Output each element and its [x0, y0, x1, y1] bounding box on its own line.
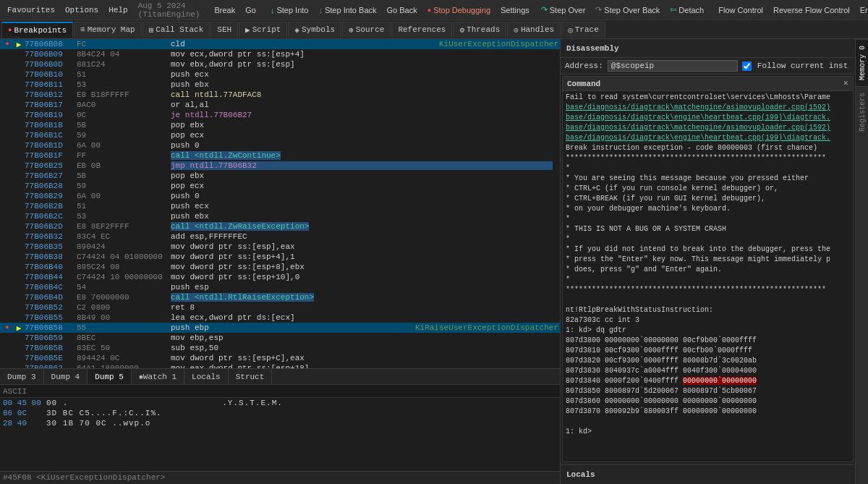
step-into-back-button[interactable]: ↓ Step Into Back — [314, 4, 380, 16]
disasm-row[interactable]: 77B06B1153push ebx — [0, 80, 560, 90]
stop-button[interactable]: ● Stop Debugging — [423, 4, 495, 16]
command-close-button[interactable]: × — [843, 79, 848, 89]
menu-options[interactable]: Options — [61, 6, 103, 14]
disasm-row[interactable]: 77B06B598BECmov ebp,esp — [0, 333, 560, 343]
bottom-tab-struct[interactable]: Struct — [229, 369, 273, 384]
command-line: nt!RtlpBreakWithStatusInstruction: — [566, 305, 850, 315]
breakpoints-icon: ● — [8, 27, 12, 34]
command-line: 82a7303c cc int 3 — [566, 315, 850, 326]
go-button[interactable]: Go — [241, 4, 260, 16]
tab-breakpoints[interactable]: ● Breakpoints — [1, 22, 73, 38]
bottom-section: Dump 3 Dump 4 Dump 5 ✱ Watch 1 Locals St… — [0, 368, 560, 484]
disasm-row[interactable]: ●▶77B06B08FCcldKiUserExceptionDispatcher — [0, 39, 560, 49]
disasm-row[interactable]: 77B06B25EB 0Bjmp ntdll.77B06B32 — [0, 161, 560, 171]
command-body[interactable]: Fail to read system\currentcontrolset\se… — [563, 91, 853, 462]
symbols-icon: ◈ — [294, 25, 299, 35]
bottom-tab-dump3[interactable]: Dump 3 — [0, 369, 44, 384]
command-line: base/diagnosis/diagtrack\matchengine/asi… — [566, 103, 850, 113]
disasm-row[interactable]: 77B06B35890424mov dword ptr ss:[esp],eax — [0, 242, 560, 252]
command-line: 807d3800 00000000`00000000 00cf9b00`0000… — [566, 336, 850, 346]
instruction-bytes: 895C24 08 — [77, 263, 171, 271]
tab-script[interactable]: ▶ Script — [239, 22, 287, 38]
disasm-row[interactable]: 77B06B098B4C24 04mov ecx,dword ptr ss:[e… — [0, 49, 560, 59]
disasm-row[interactable]: 77B06B3283C4 ECadd esp,FFFFFFEC — [0, 232, 560, 242]
disasm-row[interactable]: 77B06B12E8 B18FFFFFcall ntdll.77ADFAC8 — [0, 90, 560, 100]
tab-references[interactable]: References — [391, 22, 452, 38]
tab-source[interactable]: ⊕ Source — [342, 22, 391, 38]
disasm-row[interactable]: 77B06B170AC0or al,al — [0, 100, 560, 110]
instruction-bytes: 0AC0 — [77, 101, 171, 109]
vtab-registers[interactable]: Registers — [856, 86, 868, 137]
tab-symbols[interactable]: ◈ Symbols — [288, 22, 341, 38]
go-back-button[interactable]: Go Back — [383, 4, 422, 16]
instruction-address: 77B06B38 — [25, 252, 77, 261]
disasm-row[interactable]: 77B06B2859pop ecx — [0, 181, 560, 191]
disasm-row[interactable]: 77B06B0D881C24mov ebx,dword ptr ss:[esp] — [0, 59, 560, 69]
step-over-button[interactable]: ↷ Step Over — [537, 4, 590, 16]
bottom-tab-dump4[interactable]: Dump 4 — [44, 369, 88, 384]
step-over-back-icon: ↷ — [595, 5, 602, 14]
break-button[interactable]: Break — [210, 4, 239, 16]
disasm-row[interactable]: 77B06B38C74424 04 01000000mov dword ptr … — [0, 252, 560, 262]
bottom-tab-locals[interactable]: Locals — [184, 369, 229, 384]
disasm-row[interactable]: 77B06B1FFFcall <ntdll.ZwContinue> — [0, 150, 560, 161]
disasm-row[interactable]: 77B06B1D6A 00push 0 — [0, 140, 560, 150]
hex-content: ASCII 00 45 00 00 . .Y.S.T.E.M. 86 0C 3D… — [0, 385, 560, 471]
vtab-memory[interactable]: Memory 0 — [856, 39, 868, 86]
disasm-row[interactable]: 77B06B275Bpop ebx — [0, 171, 560, 181]
disasm-row[interactable]: 77B06B1051push ecx — [0, 69, 560, 80]
instruction-bytes: 51 — [77, 70, 171, 79]
disasm-row[interactable]: 77B06B1C59pop ecx — [0, 130, 560, 140]
disasm-row[interactable]: 77B06B1B5Bpop ebx — [0, 120, 560, 130]
disasm-row[interactable]: ●▶77B06B5855push ebpKiRaiseUserException… — [0, 323, 560, 333]
command-line: 807d3850 8000897d`5d200067 8000897d`5cb0… — [566, 386, 850, 396]
tab-threads[interactable]: ⚙ Threads — [453, 22, 506, 38]
disasm-row[interactable]: 77B06B44C74424 10 00000000mov dword ptr … — [0, 272, 560, 282]
instruction-text: push ebx — [171, 80, 553, 89]
menu-favourites[interactable]: Favourites — [3, 6, 59, 14]
tab-seh[interactable]: SEH — [210, 22, 238, 38]
instruction-address: 77B06B59 — [25, 334, 77, 342]
settings-button[interactable]: Settings — [496, 4, 534, 16]
reverse-flow-button[interactable]: Reverse Flow Control — [769, 4, 854, 16]
disasm-table[interactable]: ●▶77B06B08FCcldKiUserExceptionDispatcher… — [0, 39, 560, 368]
step-over-back-button[interactable]: ↷ Step Over Back — [591, 4, 664, 16]
tab-call-stack[interactable]: ⊞ Call Stack — [142, 22, 210, 38]
disasm-row[interactable]: 77B06B2C53push ebx — [0, 211, 560, 221]
disasm-row[interactable]: 77B06B4DE8 76000000call <ntdll.RtlRaiseE… — [0, 292, 560, 302]
flow-control-button[interactable]: Flow Control — [714, 4, 767, 16]
bottom-tab-watch1[interactable]: ✱ Watch 1 — [132, 369, 184, 384]
disassembly-panel-header: Disassembly — [561, 39, 855, 58]
disasm-row[interactable]: 77B06B5B83EC 50sub esp,50 — [0, 343, 560, 353]
disasm-row[interactable]: 77B06B2B51push ecx — [0, 201, 560, 211]
breakpoint-indicator: ● — [1, 41, 13, 48]
instruction-bytes: 6A 00 — [77, 192, 171, 200]
instruction-bytes: 6A 00 — [77, 141, 171, 150]
disasm-row[interactable]: 77B06B4C54push esp — [0, 282, 560, 292]
disasm-row[interactable]: 77B06B40895C24 08mov dword ptr ss:[esp+8… — [0, 262, 560, 272]
instruction-bytes: C74424 10 00000000 — [77, 273, 171, 281]
disasm-row[interactable]: 77B06B558B49 00lea ecx,dword ptr ds:[ecx… — [0, 313, 560, 323]
tab-handles[interactable]: ⊙ Handles — [507, 22, 561, 38]
instruction-bytes: 8BEC — [77, 334, 171, 342]
follow-checkbox[interactable] — [742, 61, 752, 71]
menu-help[interactable]: Help — [104, 6, 132, 14]
detach-button[interactable]: ⇦ Detach — [665, 4, 708, 16]
address-input[interactable] — [608, 60, 738, 72]
instruction-address: 77B06B35 — [25, 242, 77, 251]
left-panel: ●▶77B06B08FCcldKiUserExceptionDispatcher… — [0, 39, 561, 484]
disasm-row[interactable]: 77B06B296A 00push 0 — [0, 191, 560, 201]
tab-trace[interactable]: ◎ Trace — [561, 22, 605, 38]
tab-memory-map[interactable]: ≡ Memory Map — [74, 22, 142, 38]
end-button[interactable]: End — [856, 4, 868, 16]
bottom-tab-dump5[interactable]: Dump 5 — [88, 369, 132, 384]
instruction-address: 77B06B2C — [25, 212, 77, 221]
step-into-button[interactable]: ↓ Step Into — [266, 4, 313, 16]
disasm-row[interactable]: 77B06B52C2 0800ret 8 — [0, 302, 560, 313]
instruction-text: mov ebp,esp — [171, 334, 553, 342]
disasm-row[interactable]: 77B06B2DE8 8EF2FFFFcall <ntdll.ZwRaiseEx… — [0, 221, 560, 232]
disasm-row[interactable]: 77B06B5E894424 0Cmov dword ptr ss:[esp+C… — [0, 353, 560, 363]
disasm-row[interactable]: 77B06B6264A1 18000000mov eax,dword ptr s… — [0, 363, 560, 368]
disasm-row[interactable]: 77B06B190Cje ntdll.77B06B27 — [0, 110, 560, 120]
handles-icon: ⊙ — [514, 25, 519, 35]
